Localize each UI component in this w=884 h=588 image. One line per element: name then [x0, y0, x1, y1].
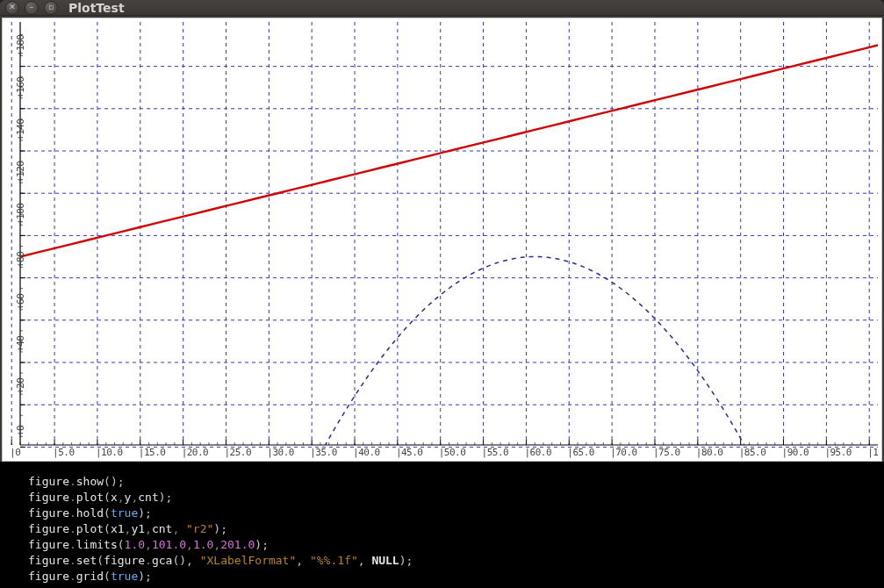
minimize-icon: – — [30, 4, 34, 11]
code-line: figure.plot(x,y,cnt); — [28, 490, 875, 506]
x-tick-label: |1 — [867, 447, 878, 458]
code-line: figure.hold(true); — [28, 506, 875, 521]
x-tick-label: |5.0 — [53, 447, 75, 458]
x-tick-label: |75.0 — [653, 447, 680, 458]
x-tick-label: |20.0 — [182, 447, 209, 458]
code-line: figure.plot(x1,y1,cnt, "r2"); — [28, 521, 875, 537]
x-tick-label: |40.0 — [353, 447, 380, 458]
x-tick-label: |10.0 — [96, 447, 123, 458]
x-tick-label: |85.0 — [739, 447, 766, 458]
close-button[interactable]: ✕ — [5, 1, 19, 15]
code-line: figure.grid(true); — [28, 569, 875, 584]
x-tick-label: |35.0 — [310, 447, 337, 458]
y-tick-label: +40 — [15, 336, 26, 352]
y-tick-label: +180 — [15, 34, 26, 56]
x-tick-label: |60.0 — [524, 447, 551, 458]
x-tick-label: |0 — [10, 447, 20, 458]
code-line: figure.show(); — [28, 474, 875, 490]
x-tick-label: |55.0 — [482, 447, 509, 458]
x-tick-label: |45.0 — [396, 447, 423, 458]
y-tick-label: +60 — [15, 293, 26, 309]
x-tick-label: |50.0 — [439, 447, 466, 458]
code-line: figure.limits(1.0,101.0,1.0,201.0); — [28, 537, 875, 553]
y-tick-label: +140 — [15, 119, 26, 141]
x-tick-label: |65.0 — [567, 447, 594, 458]
x-tick-label: |80.0 — [696, 447, 723, 458]
plot-area[interactable]: |0|5.0|10.0|15.0|20.0|25.0|30.0|35.0|40.… — [2, 18, 882, 462]
y-tick-label: +120 — [15, 161, 26, 183]
code-line: figure.set(figure.gca(), "XLabelFormat",… — [28, 553, 875, 569]
x-tick-label: |90.0 — [782, 447, 809, 458]
maximize-icon: ▫ — [48, 4, 54, 11]
window-title: PlotTest — [68, 1, 125, 15]
close-icon: ✕ — [9, 4, 16, 11]
x-tick-label: |95.0 — [824, 447, 852, 458]
y-tick-label: +160 — [15, 76, 26, 98]
maximize-button[interactable]: ▫ — [44, 1, 58, 15]
app-window: ✕ – ▫ PlotTest |0|5.0|10.0|15.0|20.0|25.… — [0, 0, 884, 588]
y-tick-label: +0 — [15, 426, 26, 436]
code-snippet: figure.show(); figure.plot(x,y,cnt); fig… — [0, 462, 884, 588]
plot-canvas — [3, 18, 881, 461]
x-tick-label: |70.0 — [610, 447, 637, 458]
y-tick-label: +100 — [15, 204, 26, 226]
x-tick-label: |15.0 — [139, 447, 166, 458]
y-tick-label: +80 — [15, 251, 26, 267]
x-tick-label: |25.0 — [224, 447, 251, 458]
titlebar[interactable]: ✕ – ▫ PlotTest — [0, 0, 884, 16]
y-tick-label: +20 — [15, 378, 26, 394]
minimize-button[interactable]: – — [25, 1, 39, 15]
window-buttons: ✕ – ▫ — [5, 1, 58, 15]
x-tick-label: |30.0 — [267, 447, 294, 458]
